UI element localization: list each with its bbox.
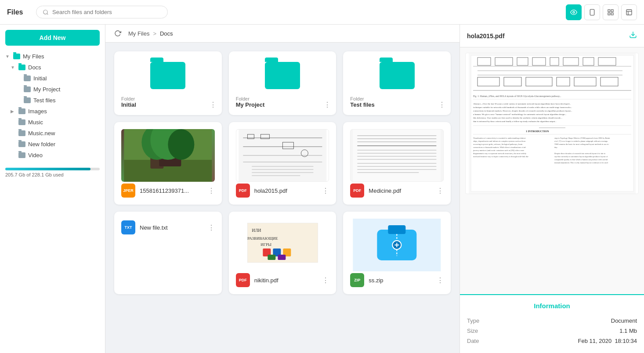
folder-icon (18, 119, 25, 125)
sidebar-item-images[interactable]: ▶ Images (0, 106, 105, 117)
info-date-value: Feb 11, 2020 18:10:34 (578, 338, 637, 344)
card-name: Initial (121, 101, 136, 108)
layout-icon (626, 9, 633, 16)
sidebar-item-label: Video (28, 152, 43, 158)
file-thumbnail: ИЛИ РАЗВИВАЮЩИЕ ИГРЫ (236, 219, 329, 271)
main-content: My Files > Docs Folder Initial ⋮ Folder … (105, 25, 459, 353)
storage-text: 205.7 Gb of 228.1 Gb used (5, 172, 100, 177)
more-options-button[interactable]: ⋮ (322, 187, 329, 195)
preview-header: hola2015.pdf (460, 25, 644, 47)
card-name: My Project (236, 101, 265, 108)
svg-text:step in Topology-Shape-Metrics: step in Topology-Shape-Metrics (TSM) app… (554, 137, 610, 139)
file-name: Medicine.pdf (369, 187, 432, 194)
file-type-badge: PDF (236, 273, 250, 287)
thumbnail-svg (350, 219, 444, 271)
thumbnail-svg: ИЛИ РАЗВИВАЮЩИЕ ИГРЫ (236, 219, 329, 271)
search-input[interactable] (52, 9, 161, 15)
svg-text:say that currently no automati: say that currently no automatic layout a… (554, 155, 608, 158)
view-btn-layout[interactable] (621, 4, 637, 20)
more-options-button[interactable]: ⋮ (208, 223, 215, 232)
more-options-button[interactable]: ⋮ (324, 101, 331, 109)
more-options-button[interactable]: ⋮ (437, 187, 444, 195)
svg-rect-64 (471, 55, 633, 191)
svg-text:connections or financial marke: connections or financial markets. While … (473, 146, 526, 148)
eye-icon (570, 9, 577, 16)
file-card-zip[interactable]: ZIP ss.zip ⋮ (343, 212, 451, 294)
file-name: hola2015.pdf (254, 187, 318, 194)
file-name: New file.txt (140, 224, 203, 231)
svg-text:comparable quality to that whi: comparable quality to that which a human… (554, 158, 608, 161)
thumbnail-svg (236, 129, 329, 182)
breadcrumb-root[interactable]: My Files (128, 30, 149, 37)
thumbnail-svg (351, 129, 443, 182)
svg-text:TSM remains the basis for most: TSM remains the basis for most orthogona… (554, 143, 609, 145)
sidebar-item-newfolder[interactable]: ▶ New folder (0, 139, 105, 150)
file-card-hola-pdf[interactable]: PDF hola2015.pdf ⋮ (229, 122, 336, 205)
info-type-value: Document (611, 317, 637, 324)
svg-text:manual adjustment. This is why: manual adjustment. This is why manual la… (554, 162, 608, 164)
breadcrumb-current: Docs (160, 30, 173, 37)
file-card-txt[interactable]: TXT New file.txt ⋮ (114, 212, 222, 294)
svg-rect-54 (278, 255, 286, 260)
file-type-badge: PDF (350, 184, 364, 198)
file-card-medicine-pdf[interactable]: PDF Medicine.pdf ⋮ (343, 122, 451, 205)
more-options-button[interactable]: ⋮ (210, 101, 217, 109)
download-button[interactable] (629, 31, 637, 41)
folder-icon (18, 65, 25, 70)
folder-icon (24, 86, 31, 92)
file-thumbnail (350, 129, 444, 182)
sidebar-item-myfiles[interactable]: ▼ My Files (0, 51, 105, 62)
file-info-row: ZIP ss.zip ⋮ (350, 273, 444, 287)
sidebar-item-video[interactable]: ▶ Video (0, 150, 105, 161)
file-card-folder-myproject[interactable]: Folder My Project ⋮ (229, 51, 336, 115)
refresh-icon[interactable] (114, 30, 121, 37)
svg-text:ИЛИ: ИЛИ (252, 228, 261, 233)
svg-text:a human. We give a new "human-: a human. We give a new "human-centered" … (473, 113, 566, 115)
svg-rect-5 (608, 10, 610, 12)
svg-text:day.: day. (554, 146, 557, 148)
svg-rect-32 (353, 129, 441, 182)
sidebar-item-label: Docs (28, 64, 41, 71)
view-btn-grid[interactable] (603, 4, 619, 20)
breadcrumb-separator: > (153, 30, 156, 37)
file-card-folder-initial[interactable]: Folder Initial ⋮ (114, 51, 222, 115)
sidebar-item-testfiles[interactable]: ▶ Test files (0, 95, 105, 106)
sidebar-item-label: Music (28, 119, 43, 126)
sidebar-item-music[interactable]: ▶ Music (0, 117, 105, 128)
more-options-button[interactable]: ⋮ (438, 101, 445, 109)
more-options-button[interactable]: ⋮ (437, 276, 444, 285)
sidebar-item-label: My Files (23, 53, 44, 60)
file-name: ss.zip (369, 277, 432, 284)
sidebar-item-label: Test files (33, 97, 56, 104)
view-btn-tablet[interactable] (584, 4, 600, 20)
info-section: Information Type Document Size 1.1 Mb Da… (460, 294, 644, 353)
info-type-row: Type Document (467, 316, 637, 326)
sidebar-item-docs[interactable]: ▼ Docs (0, 62, 105, 73)
more-options-button[interactable]: ⋮ (322, 276, 329, 285)
svg-rect-8 (611, 13, 613, 15)
sidebar-item-myproject[interactable]: ▶ My Project (0, 84, 105, 95)
sidebar: Add New ▼ My Files ▼ Docs ▶ Initial ▶ My… (0, 25, 105, 353)
file-type-badge: ZIP (350, 273, 364, 287)
view-btn-eye[interactable] (566, 4, 582, 20)
file-thumbnail (236, 129, 329, 182)
more-options-button[interactable]: ⋮ (208, 187, 215, 195)
file-info-row: PDF Medicine.pdf ⋮ (350, 184, 444, 198)
file-type-badge: JPER (121, 184, 135, 198)
search-box[interactable] (36, 6, 168, 18)
folder-icon (18, 130, 25, 136)
file-card-folder-testfiles[interactable]: Folder Test files ⋮ (343, 51, 451, 115)
sidebar-item-initial[interactable]: ▶ Initial (0, 73, 105, 84)
sidebar-item-label: Music.new (28, 130, 55, 137)
svg-text:that is informed by these crit: that is informed by these criteria and f… (473, 120, 557, 122)
svg-text:jacency matrices (and exotic v: jacency matrices (and exotic variations … (473, 149, 525, 151)
svg-rect-53 (268, 255, 275, 260)
sidebar-item-musicnew[interactable]: ▶ Music.new (0, 128, 105, 139)
grid-icon (607, 9, 614, 16)
add-new-button[interactable]: Add New (5, 30, 100, 46)
file-card-nikitin[interactable]: ИЛИ РАЗВИВАЮЩИЕ ИГРЫ PDF nikitin.pdf ⋮ (229, 212, 336, 294)
folder-icon (13, 54, 20, 59)
file-card-jpg1[interactable]: JPER 15581611239371... ⋮ (114, 122, 222, 205)
svg-text:et al. [7] is no longer to emb: et al. [7] is no longer to embed a plana… (554, 140, 608, 142)
download-icon (629, 31, 637, 39)
